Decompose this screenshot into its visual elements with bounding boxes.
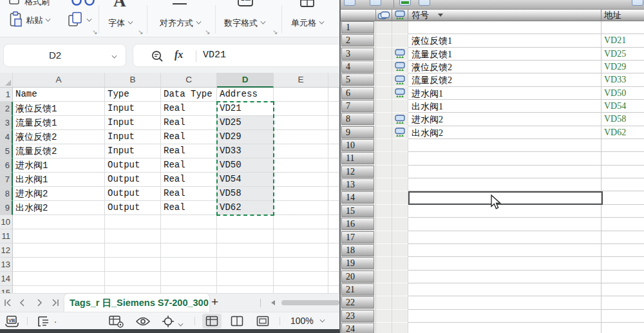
cell-F4[interactable] [328,130,339,144]
tag-cell-8[interactable] [376,113,392,126]
cell-C14[interactable] [161,272,217,286]
address-cell-9[interactable]: VD62 [601,126,644,139]
symbol-row-header-23[interactable]: 23 [341,310,374,323]
usage-cell-5[interactable] [392,73,408,86]
tag-cell-15[interactable] [376,205,392,218]
cell-A13[interactable] [13,258,105,272]
cell-C15[interactable] [161,286,217,293]
cell-E14[interactable] [274,272,328,286]
tag-column-header[interactable] [376,10,392,21]
cell-B2[interactable]: Input [105,102,161,116]
symbol-cell-21[interactable] [408,283,601,296]
symbol-row-header-15[interactable]: 15 [341,205,374,218]
address-cell-14[interactable] [601,191,644,204]
page-break-view-button[interactable] [253,314,272,328]
cell-F12[interactable] [328,243,339,258]
address-column-header[interactable]: 地址 [601,10,644,21]
horizontal-scrollbar-thumb[interactable] [281,300,339,305]
symbol-cell-22[interactable] [408,296,601,309]
tag-cell-12[interactable] [376,166,392,178]
address-cell-3[interactable]: VD25 [601,48,644,61]
cell-F8[interactable] [328,187,339,201]
usage-cell-21[interactable] [392,283,408,296]
outline-view-icon[interactable] [36,315,52,328]
usage-cell-10[interactable] [392,139,408,152]
symbol-cell-17[interactable] [408,231,601,244]
tag-cell-18[interactable] [376,244,392,257]
cell-D7[interactable]: VD54 [217,173,274,187]
cell-D9[interactable]: VD62 [217,201,274,215]
cell-C13[interactable] [161,258,217,272]
symbol-table-corner[interactable] [341,10,376,21]
symbol-row-header-2[interactable]: 2 [341,34,374,47]
cell-E2[interactable] [274,102,328,116]
cell-F14[interactable] [328,272,339,286]
cell-E10[interactable] [274,215,328,229]
cell-A11[interactable] [13,229,105,243]
address-cell-15[interactable] [601,205,644,218]
format-painter-label[interactable]: 格式刷 [24,0,50,8]
cell-E11[interactable] [274,229,328,243]
add-sheet-button[interactable]: + [211,295,218,309]
cell-B10[interactable] [105,215,161,229]
cell-B9[interactable]: Output [105,201,161,215]
tag-cell-9[interactable] [376,126,392,139]
find-glasses-icon[interactable] [71,0,97,6]
address-cell-16[interactable] [601,218,644,231]
tag-cell-21[interactable] [376,283,392,296]
cell-E8[interactable] [274,187,328,201]
address-cell-7[interactable]: VD54 [601,100,644,113]
first-sheet-icon[interactable] [4,298,13,307]
cell-E1[interactable] [274,88,328,102]
tag-cell-22[interactable] [376,296,392,309]
cell-A3[interactable]: 流量反馈1 [13,116,105,130]
cell-A14[interactable] [13,272,105,286]
cell-A7[interactable]: 出水阀1 [13,173,105,187]
usage-cell-9[interactable] [392,126,408,139]
symbol-row-header-18[interactable]: 18 [341,244,374,257]
usage-cell-23[interactable] [392,310,408,323]
address-cell-2[interactable]: VD21 [601,34,644,47]
cell-D3[interactable]: VD25 [217,116,274,130]
cell-D6[interactable]: VD50 [217,158,274,173]
formula-input[interactable]: fx VD21 [133,44,339,67]
cell-F5[interactable] [328,144,339,158]
symbol-cell-24[interactable] [408,323,601,333]
cell-D2[interactable]: VD21 [217,102,274,116]
address-cell-13[interactable] [601,178,644,191]
symbol-cell-15[interactable] [408,205,601,218]
tag-cell-23[interactable] [376,310,392,323]
symbol-row-header-4[interactable]: 4 [341,61,374,73]
tag-cell-3[interactable] [376,48,392,61]
symbol-row-header-14[interactable]: 14 [341,191,374,204]
tag-cell-19[interactable] [376,257,392,270]
cell-C11[interactable] [161,229,217,243]
symbol-cell-19[interactable] [408,257,601,270]
toolbar-icon[interactable] [399,0,411,6]
usage-cell-3[interactable] [392,48,408,61]
symbol-cell-7[interactable]: 出水阀1 [408,100,601,113]
cell-B12[interactable] [105,243,161,258]
symbol-row-header-8[interactable]: 8 [341,113,374,126]
symbol-row-header-7[interactable]: 7 [341,100,374,113]
paste-button[interactable]: 粘贴 [9,11,50,28]
cell-F1[interactable] [328,88,339,102]
address-cell-10[interactable] [601,139,644,152]
cell-C12[interactable] [161,243,217,258]
select-all-corner[interactable] [0,73,13,88]
column-header-A[interactable]: A [13,73,105,88]
address-cell-18[interactable] [601,244,644,257]
tag-cell-1[interactable] [376,21,392,34]
symbol-row-header-22[interactable]: 22 [341,296,374,309]
symbol-cell-8[interactable]: 进水阀2 [408,113,601,126]
table-settings-icon[interactable] [108,315,125,328]
symbol-cell-2[interactable]: 液位反馈1 [408,34,601,47]
row-header-8[interactable]: 8 [0,187,13,201]
cell-C3[interactable]: Real [161,116,217,130]
zoom-control[interactable]: 100% [290,316,325,326]
copy-button[interactable] [67,11,91,28]
symbol-row-header-17[interactable]: 17 [341,231,374,244]
symbol-cell-3[interactable]: 流量反馈1 [408,48,601,61]
number-dialog-launcher[interactable]: ↘ [272,28,278,35]
symbol-row-header-5[interactable]: 5 [341,73,374,86]
